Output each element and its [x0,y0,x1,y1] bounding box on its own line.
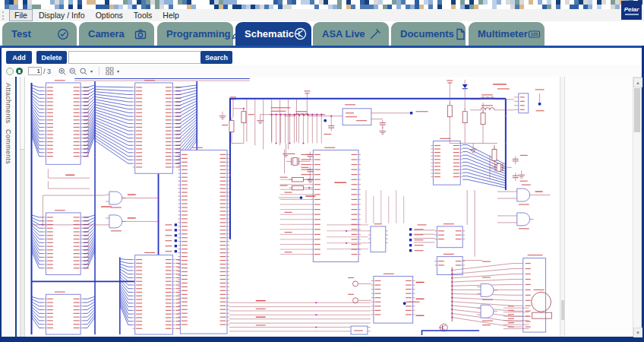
tab-documents-label: Documents [400,28,454,40]
zoom-dropdown-caret[interactable]: ▾ [90,68,93,74]
zoom-in-icon[interactable] [58,68,66,75]
add-button[interactable]: Add [6,51,32,64]
sidebar-divider [15,77,17,337]
zoom-select-icon[interactable] [80,68,87,75]
tab-camera-label: Camera [88,28,125,40]
numeric-display-icon: 123 [528,28,541,40]
page-scroll-thumb[interactable] [561,300,564,320]
tab-programming-label: Programming [166,28,231,40]
sidebar-item-attachments[interactable]: Attachments [5,83,12,123]
tab-documents[interactable]: Documents [391,22,466,46]
menu-options[interactable]: Options [91,10,128,21]
search-input[interactable] [68,51,204,64]
menu-file[interactable]: File [9,9,33,21]
splitter-thumb [21,77,24,150]
tab-asa-live[interactable]: ASA Live [313,22,389,46]
menu-help[interactable]: Help [158,10,184,21]
page-vertical-scrollbar[interactable] [560,77,565,337]
tab-bar: Test Camera Programming Schematic ASA Li… [0,21,644,46]
mosaic-banner [0,0,644,9]
viewer-toolbar: / 3 ▾ ▾ [2,65,642,78]
schematic-canvas [27,77,560,337]
toolbar-grip [2,11,6,20]
page-total-label: / 3 [43,68,51,75]
transistor-circle-icon [294,27,307,40]
tab-asa-live-label: ASA Live [322,28,365,40]
tab-schematic-label: Schematic [245,28,294,40]
nav-previous-icon[interactable] [6,68,14,75]
scroll-down-icon[interactable]: ▼ [633,328,642,337]
toolbar-separator [99,67,99,75]
svg-text:123: 123 [531,32,538,36]
zoom-out-icon[interactable] [69,68,77,75]
layout-grid-icon[interactable] [106,67,114,75]
layout-dropdown-caret[interactable]: ▾ [117,68,119,74]
menu-tools[interactable]: Tools [129,10,157,21]
tab-programming[interactable]: Programming [157,22,233,46]
action-toolbar: Add Delete Search [2,48,642,65]
right-empty-panel [565,77,633,337]
page-number-input[interactable] [28,67,42,75]
scroll-up-icon[interactable]: ▲ [633,78,642,87]
window-frame-bottom [0,337,644,342]
side-tabs: Attachments Comments [2,77,15,337]
main-area: Attachments Comments ▲ ▼ [2,77,642,337]
check-circle-icon [57,28,69,40]
tab-test-label: Test [11,28,31,40]
menu-bar: File Display / Info Options Tools Help [0,9,644,22]
sidebar-item-comments[interactable]: Comments [5,129,12,164]
outer-scroll-thumb[interactable] [634,88,640,132]
outer-vertical-scrollbar[interactable]: ▲ ▼ [633,77,642,337]
pane-splitter[interactable] [20,77,25,337]
nav-next-icon[interactable] [16,68,23,74]
search-button[interactable]: Search [200,51,232,64]
brand-tagline-rule [625,14,639,15]
schematic-page[interactable] [27,77,560,337]
camera-icon [134,28,147,40]
probe-icon [369,28,381,40]
tab-camera[interactable]: Camera [79,22,154,46]
menu-display-info[interactable]: Display / Info [34,10,90,21]
tab-schematic[interactable]: Schematic [235,22,311,46]
brand-name: Pelar [624,6,639,13]
delete-button[interactable]: Delete [36,51,67,64]
brand-logo: Pelar [621,1,642,20]
tab-multimeter-label: Multimeter [478,28,528,40]
tab-test[interactable]: Test [2,22,77,46]
document-icon [454,28,466,40]
tab-multimeter[interactable]: Multimeter 123 [469,22,545,46]
